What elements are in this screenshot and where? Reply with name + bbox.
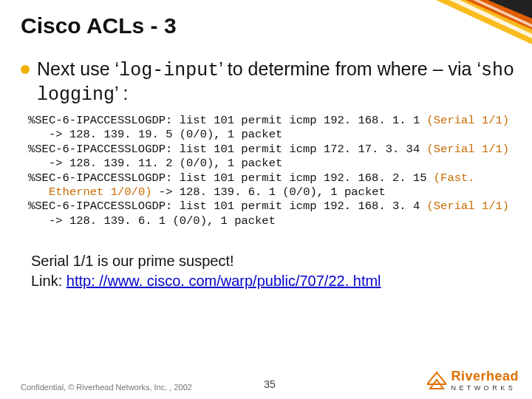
conclusion-line2: Link: http: //www. cisco. com/warp/publi…	[31, 271, 381, 291]
bullet-pre: Next use ‘	[37, 58, 119, 79]
log-head: %SEC-6-IPACCESSLOGDP: list 101 permit ic…	[28, 114, 427, 127]
log-tail: -> 128. 139. 19. 5 (0/0), 1 packet	[49, 128, 282, 141]
reference-link[interactable]: http: //www. cisco. com/warp/public/707/…	[66, 273, 381, 289]
bullet-item: Next use ‘log-input’ to determine from w…	[21, 58, 516, 107]
bullet-dot-icon	[21, 65, 30, 74]
riverhead-logo: Riverhead N E T W O R K S	[427, 369, 519, 392]
log-line: %SEC-6-IPACCESSLOGDP: list 101 permit ic…	[28, 171, 516, 200]
footer-copyright: Confidential, © Riverhead Networks, Inc.…	[21, 383, 427, 392]
corner-graphic	[414, 0, 532, 59]
bullet-cmd1: log-input	[119, 60, 219, 81]
log-tail: -> 128. 139. 11. 2 (0/0), 1 packet	[49, 157, 282, 170]
log-tail: -> 128. 139. 6. 1 (0/0), 1 packet	[49, 214, 276, 228]
bullet-text: Next use ‘log-input’ to determine from w…	[37, 58, 516, 107]
logo-subtext: N E T W O R K S	[451, 384, 519, 392]
conclusion-block: Serial 1/1 is our prime suspect! Link: h…	[31, 251, 381, 291]
logo-text: Riverhead	[451, 369, 519, 383]
bullet-mid: ’ to determine from where – via ‘	[219, 58, 481, 79]
log-head: %SEC-6-IPACCESSLOGDP: list 101 permit ic…	[28, 143, 427, 156]
log-head: %SEC-6-IPACCESSLOGDP: list 101 permit ic…	[28, 200, 427, 213]
log-iface: (Serial 1/1)	[427, 143, 510, 156]
log-output: %SEC-6-IPACCESSLOGDP: list 101 permit ic…	[28, 114, 516, 228]
log-head: %SEC-6-IPACCESSLOGDP: list 101 permit ic…	[28, 171, 434, 185]
log-line: %SEC-6-IPACCESSLOGDP: list 101 permit ic…	[28, 114, 516, 143]
footer: Confidential, © Riverhead Networks, Inc.…	[21, 369, 519, 392]
log-line: %SEC-6-IPACCESSLOGDP: list 101 permit ic…	[28, 143, 516, 171]
conclusion-line1: Serial 1/1 is our prime suspect!	[31, 251, 381, 271]
slide-title: Cisco ACLs - 3	[21, 13, 177, 38]
bullet-post: ’ :	[115, 83, 129, 103]
log-tail: -> 128. 139. 6. 1 (0/0), 1 packet	[152, 185, 386, 199]
log-iface: (Serial 1/1)	[427, 200, 510, 213]
logo-mark-icon	[427, 371, 446, 390]
svg-marker-5	[427, 372, 446, 384]
log-iface: (Serial 1/1)	[427, 114, 510, 127]
link-label: Link:	[31, 273, 66, 289]
page-number: 35	[264, 378, 276, 390]
log-line: %SEC-6-IPACCESSLOGDP: list 101 permit ic…	[28, 200, 516, 228]
